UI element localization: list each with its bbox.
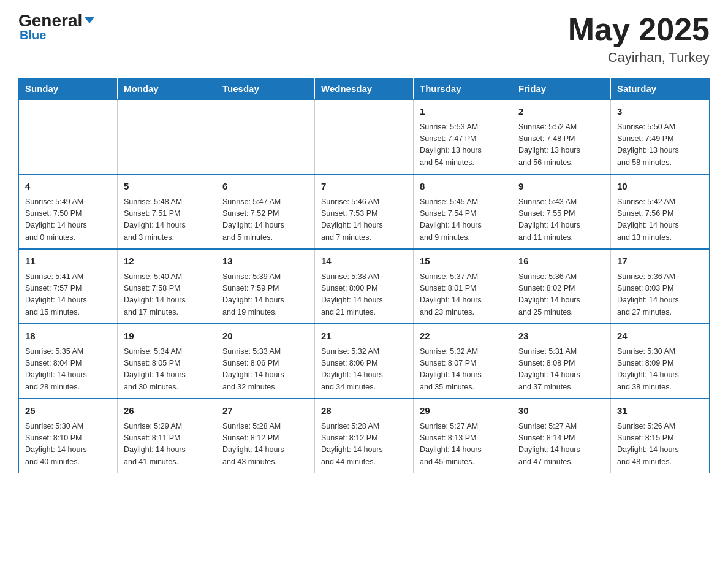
- calendar-cell: [315, 99, 414, 174]
- day-number: 13: [222, 255, 308, 269]
- day-number: 27: [222, 404, 308, 418]
- day-number: 18: [25, 329, 111, 343]
- day-info: Sunrise: 5:33 AMSunset: 8:06 PMDaylight:…: [222, 346, 308, 394]
- title-block: May 2025 Cayirhan, Turkey: [568, 12, 710, 66]
- calendar-cell: 2Sunrise: 5:52 AMSunset: 7:48 PMDaylight…: [512, 99, 611, 174]
- day-info: Sunrise: 5:28 AMSunset: 8:12 PMDaylight:…: [222, 421, 308, 469]
- day-info: Sunrise: 5:39 AMSunset: 7:59 PMDaylight:…: [222, 271, 308, 319]
- day-info: Sunrise: 5:30 AMSunset: 8:09 PMDaylight:…: [617, 346, 703, 394]
- day-info: Sunrise: 5:28 AMSunset: 8:12 PMDaylight:…: [321, 421, 407, 469]
- calendar-cell: 3Sunrise: 5:50 AMSunset: 7:49 PMDaylight…: [611, 99, 710, 174]
- day-info: Sunrise: 5:50 AMSunset: 7:49 PMDaylight:…: [617, 121, 703, 169]
- logo-text: General: [18, 12, 95, 29]
- day-info: Sunrise: 5:46 AMSunset: 7:53 PMDaylight:…: [321, 196, 407, 244]
- day-number: 31: [617, 404, 703, 418]
- day-number: 8: [420, 180, 506, 194]
- day-number: 15: [420, 255, 506, 269]
- calendar-cell: 26Sunrise: 5:29 AMSunset: 8:11 PMDayligh…: [118, 399, 216, 473]
- calendar-cell: 15Sunrise: 5:37 AMSunset: 8:01 PMDayligh…: [414, 249, 512, 324]
- day-number: 30: [518, 404, 604, 418]
- day-info: Sunrise: 5:40 AMSunset: 7:58 PMDaylight:…: [124, 271, 210, 319]
- calendar-cell: 11Sunrise: 5:41 AMSunset: 7:57 PMDayligh…: [19, 249, 118, 324]
- calendar-cell: [19, 99, 118, 174]
- day-number: 24: [617, 329, 703, 343]
- day-info: Sunrise: 5:27 AMSunset: 8:13 PMDaylight:…: [420, 421, 506, 469]
- day-number: 19: [124, 329, 210, 343]
- day-number: 4: [25, 180, 111, 194]
- day-number: 25: [25, 404, 111, 418]
- day-info: Sunrise: 5:35 AMSunset: 8:04 PMDaylight:…: [25, 346, 111, 394]
- logo: General Blue: [18, 12, 95, 42]
- calendar-cell: 19Sunrise: 5:34 AMSunset: 8:05 PMDayligh…: [118, 324, 216, 399]
- calendar-cell: 13Sunrise: 5:39 AMSunset: 7:59 PMDayligh…: [216, 249, 315, 324]
- day-of-week-monday: Monday: [118, 79, 216, 100]
- day-info: Sunrise: 5:36 AMSunset: 8:02 PMDaylight:…: [518, 271, 604, 319]
- day-of-week-thursday: Thursday: [414, 79, 512, 100]
- calendar-week-5: 25Sunrise: 5:30 AMSunset: 8:10 PMDayligh…: [19, 399, 710, 473]
- calendar-cell: 16Sunrise: 5:36 AMSunset: 8:02 PMDayligh…: [512, 249, 611, 324]
- calendar-location: Cayirhan, Turkey: [568, 50, 710, 66]
- day-of-week-friday: Friday: [512, 79, 611, 100]
- calendar-cell: 30Sunrise: 5:27 AMSunset: 8:14 PMDayligh…: [512, 399, 611, 473]
- calendar-week-4: 18Sunrise: 5:35 AMSunset: 8:04 PMDayligh…: [19, 324, 710, 399]
- day-number: 11: [25, 255, 111, 269]
- calendar-cell: 4Sunrise: 5:49 AMSunset: 7:50 PMDaylight…: [19, 174, 118, 249]
- calendar-cell: 8Sunrise: 5:45 AMSunset: 7:54 PMDaylight…: [414, 174, 512, 249]
- calendar-cell: 18Sunrise: 5:35 AMSunset: 8:04 PMDayligh…: [19, 324, 118, 399]
- day-info: Sunrise: 5:43 AMSunset: 7:55 PMDaylight:…: [518, 196, 604, 244]
- calendar-cell: 6Sunrise: 5:47 AMSunset: 7:52 PMDaylight…: [216, 174, 315, 249]
- day-number: 10: [617, 180, 703, 194]
- day-of-week-tuesday: Tuesday: [216, 79, 315, 100]
- day-info: Sunrise: 5:34 AMSunset: 8:05 PMDaylight:…: [124, 346, 210, 394]
- calendar-cell: 24Sunrise: 5:30 AMSunset: 8:09 PMDayligh…: [611, 324, 710, 399]
- day-info: Sunrise: 5:47 AMSunset: 7:52 PMDaylight:…: [222, 196, 308, 244]
- calendar-cell: 22Sunrise: 5:32 AMSunset: 8:07 PMDayligh…: [414, 324, 512, 399]
- calendar-title: May 2025: [568, 12, 710, 47]
- calendar-cell: 12Sunrise: 5:40 AMSunset: 7:58 PMDayligh…: [118, 249, 216, 324]
- day-info: Sunrise: 5:26 AMSunset: 8:15 PMDaylight:…: [617, 421, 703, 469]
- calendar-cell: 1Sunrise: 5:53 AMSunset: 7:47 PMDaylight…: [414, 99, 512, 174]
- calendar-cell: 17Sunrise: 5:36 AMSunset: 8:03 PMDayligh…: [611, 249, 710, 324]
- day-number: 6: [222, 180, 308, 194]
- day-number: 16: [518, 255, 604, 269]
- calendar-table: SundayMondayTuesdayWednesdayThursdayFrid…: [18, 78, 710, 473]
- calendar-cell: 5Sunrise: 5:48 AMSunset: 7:51 PMDaylight…: [118, 174, 216, 249]
- day-number: 9: [518, 180, 604, 194]
- day-info: Sunrise: 5:45 AMSunset: 7:54 PMDaylight:…: [420, 196, 506, 244]
- calendar-cell: 9Sunrise: 5:43 AMSunset: 7:55 PMDaylight…: [512, 174, 611, 249]
- day-info: Sunrise: 5:37 AMSunset: 8:01 PMDaylight:…: [420, 271, 506, 319]
- calendar-cell: 27Sunrise: 5:28 AMSunset: 8:12 PMDayligh…: [216, 399, 315, 473]
- calendar-cell: 10Sunrise: 5:42 AMSunset: 7:56 PMDayligh…: [611, 174, 710, 249]
- day-info: Sunrise: 5:32 AMSunset: 8:07 PMDaylight:…: [420, 346, 506, 394]
- day-number: 23: [518, 329, 604, 343]
- day-number: 14: [321, 255, 407, 269]
- day-number: 7: [321, 180, 407, 194]
- day-info: Sunrise: 5:48 AMSunset: 7:51 PMDaylight:…: [124, 196, 210, 244]
- calendar-cell: 29Sunrise: 5:27 AMSunset: 8:13 PMDayligh…: [414, 399, 512, 473]
- day-number: 2: [518, 105, 604, 119]
- day-number: 3: [617, 105, 703, 119]
- day-info: Sunrise: 5:32 AMSunset: 8:06 PMDaylight:…: [321, 346, 407, 394]
- calendar-header-row: SundayMondayTuesdayWednesdayThursdayFrid…: [19, 79, 710, 100]
- day-info: Sunrise: 5:42 AMSunset: 7:56 PMDaylight:…: [617, 196, 703, 244]
- calendar-cell: 14Sunrise: 5:38 AMSunset: 8:00 PMDayligh…: [315, 249, 414, 324]
- day-of-week-wednesday: Wednesday: [315, 79, 414, 100]
- day-of-week-sunday: Sunday: [19, 79, 118, 100]
- day-info: Sunrise: 5:30 AMSunset: 8:10 PMDaylight:…: [25, 421, 111, 469]
- day-info: Sunrise: 5:49 AMSunset: 7:50 PMDaylight:…: [25, 196, 111, 244]
- calendar-week-1: 1Sunrise: 5:53 AMSunset: 7:47 PMDaylight…: [19, 99, 710, 174]
- day-number: 5: [124, 180, 210, 194]
- calendar-cell: [216, 99, 315, 174]
- calendar-cell: 20Sunrise: 5:33 AMSunset: 8:06 PMDayligh…: [216, 324, 315, 399]
- day-number: 20: [222, 329, 308, 343]
- calendar-cell: 28Sunrise: 5:28 AMSunset: 8:12 PMDayligh…: [315, 399, 414, 473]
- day-info: Sunrise: 5:41 AMSunset: 7:57 PMDaylight:…: [25, 271, 111, 319]
- day-info: Sunrise: 5:38 AMSunset: 8:00 PMDaylight:…: [321, 271, 407, 319]
- day-of-week-saturday: Saturday: [611, 79, 710, 100]
- day-number: 28: [321, 404, 407, 418]
- day-number: 1: [420, 105, 506, 119]
- calendar-week-2: 4Sunrise: 5:49 AMSunset: 7:50 PMDaylight…: [19, 174, 710, 249]
- day-number: 29: [420, 404, 506, 418]
- calendar-cell: 23Sunrise: 5:31 AMSunset: 8:08 PMDayligh…: [512, 324, 611, 399]
- day-info: Sunrise: 5:31 AMSunset: 8:08 PMDaylight:…: [518, 346, 604, 394]
